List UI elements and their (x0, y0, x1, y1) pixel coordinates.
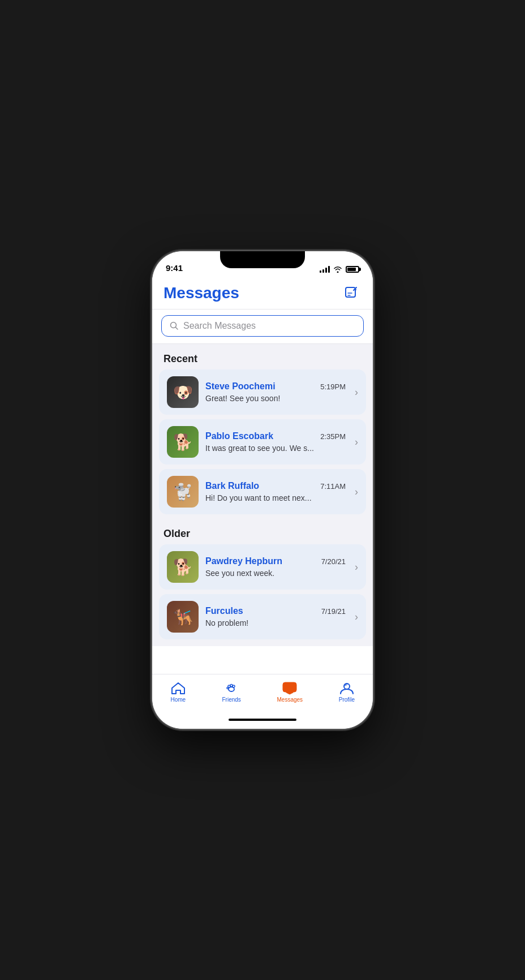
message-content-pablo: Pablo Escobark 2:35PM It was great to se… (205, 431, 346, 453)
nav-label-home: Home (170, 697, 186, 703)
nav-item-friends[interactable]: Friends (213, 679, 250, 705)
profile-icon (339, 681, 355, 695)
message-item-pablo[interactable]: 🐕 Pablo Escobark 2:35PM It was great to … (159, 419, 366, 465)
nav-label-profile: Profile (339, 697, 355, 703)
message-preview-pablo: It was great to see you. We s... (205, 444, 346, 453)
avatar-bark: 🐩 (167, 476, 199, 508)
older-messages-list: 🐕 Pawdrey Hepburn 7/20/21 See you next w… (152, 544, 373, 639)
search-icon (170, 321, 179, 330)
search-container: Search Messages (152, 310, 373, 344)
friends-icon (223, 681, 239, 695)
status-time: 9:41 (166, 263, 183, 273)
status-icons (320, 266, 359, 273)
message-content-bark: Bark Ruffalo 7:11AM Hi! Do you want to m… (205, 481, 346, 502)
bottom-nav: Home Friends (152, 674, 373, 716)
svg-rect-7 (283, 682, 296, 692)
message-name-bark: Bark Ruffalo (205, 481, 259, 491)
message-name-pawdrey: Pawdrey Hepburn (205, 556, 282, 566)
chevron-icon-pablo: › (355, 436, 358, 448)
message-time-furcules: 7/19/21 (321, 607, 346, 616)
message-item-bark[interactable]: 🐩 Bark Ruffalo 7:11AM Hi! Do you want to… (159, 469, 366, 514)
svg-point-6 (227, 687, 229, 689)
message-time-pawdrey: 7/20/21 (321, 557, 346, 566)
home-icon (170, 681, 186, 695)
avatar-furcules: 🐕‍🦺 (167, 601, 199, 633)
section-older-header: Older (152, 519, 373, 544)
message-content-pawdrey: Pawdrey Hepburn 7/20/21 See you next wee… (205, 556, 346, 578)
signal-icon (320, 266, 330, 273)
message-name-pablo: Pablo Escobark (205, 431, 273, 441)
message-item-furcules[interactable]: 🐕‍🦺 Furcules 7/19/21 No problem! › (159, 594, 366, 639)
compose-icon (344, 286, 359, 300)
chevron-icon-bark: › (355, 486, 358, 498)
nav-label-friends: Friends (222, 697, 241, 703)
message-time-bark: 7:11AM (320, 482, 346, 491)
avatar-pawdrey: 🐕 (167, 551, 199, 583)
nav-item-profile[interactable]: Profile (330, 679, 364, 705)
message-item-pawdrey[interactable]: 🐕 Pawdrey Hepburn 7/20/21 See you next w… (159, 544, 366, 590)
message-preview-bark: Hi! Do you want to meet nex... (205, 493, 346, 502)
chevron-icon-furcules: › (355, 611, 358, 623)
section-recent-header: Recent (152, 344, 373, 369)
search-bar[interactable]: Search Messages (161, 315, 364, 337)
message-content-furcules: Furcules 7/19/21 No problem! (205, 606, 346, 627)
page-title: Messages (163, 284, 239, 302)
svg-point-5 (233, 685, 235, 687)
avatar-steve: 🐶 (167, 376, 199, 408)
home-indicator-container (152, 716, 373, 729)
notch (220, 251, 305, 268)
message-preview-furcules: No problem! (205, 618, 346, 627)
message-preview-steve: Great! See you soon! (205, 394, 346, 403)
chevron-icon-pawdrey: › (355, 561, 358, 573)
main-content: Messages (152, 276, 373, 674)
wifi-icon (333, 266, 342, 273)
chevron-icon-steve: › (355, 386, 358, 398)
message-name-steve: Steve Poochemi (205, 381, 276, 392)
nav-label-messages: Messages (277, 697, 303, 703)
recent-messages-list: 🐶 Steve Poochemi 5:19PM Great! See you s… (152, 369, 373, 514)
message-content-steve: Steve Poochemi 5:19PM Great! See you soo… (205, 381, 346, 403)
section-gap (152, 514, 373, 519)
message-time-steve: 5:19PM (320, 382, 346, 391)
nav-item-messages[interactable]: Messages (268, 679, 312, 705)
home-indicator (229, 719, 296, 721)
messages-icon (282, 681, 298, 695)
compose-button[interactable] (341, 283, 362, 303)
message-preview-pawdrey: See you next week. (205, 569, 346, 578)
message-time-pablo: 2:35PM (320, 432, 346, 441)
phone-screen: 9:41 (152, 251, 373, 729)
nav-item-home[interactable]: Home (161, 679, 195, 705)
message-name-furcules: Furcules (205, 606, 243, 616)
page-header: Messages (152, 276, 373, 310)
message-item-steve[interactable]: 🐶 Steve Poochemi 5:19PM Great! See you s… (159, 369, 366, 415)
phone-frame: 9:41 (152, 251, 373, 729)
battery-icon (346, 266, 359, 273)
avatar-pablo: 🐕 (167, 426, 199, 458)
search-placeholder: Search Messages (183, 321, 256, 331)
